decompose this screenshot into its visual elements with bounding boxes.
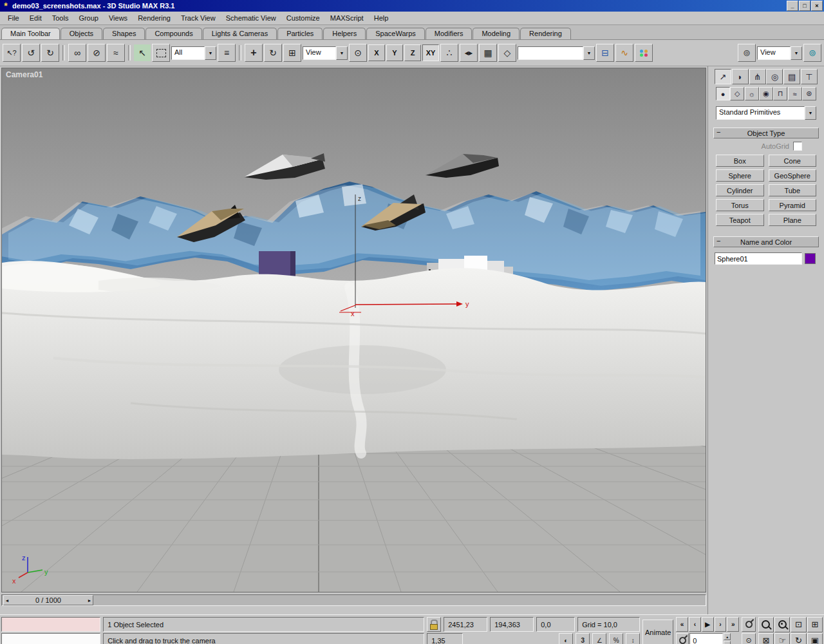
viewport-label[interactable]: Camera01 — [6, 70, 42, 79]
pan-button[interactable]: ☞ — [774, 633, 790, 644]
select-and-move-button[interactable]: + — [245, 44, 263, 62]
tab-helpers[interactable]: Helpers — [323, 28, 366, 39]
menu-file[interactable]: File — [3, 12, 24, 24]
key-filter-button[interactable] — [742, 617, 756, 632]
torus-button[interactable]: Torus — [716, 199, 764, 211]
select-and-scale-button[interactable]: ⊞ — [283, 44, 301, 62]
category-spacewarps-icon[interactable]: ≈ — [788, 87, 802, 100]
zoom-extents-button[interactable]: ⊡ — [791, 617, 806, 632]
tab-display-icon[interactable]: ▤ — [783, 69, 800, 84]
coordinate-x-display[interactable]: 2451,23 — [444, 617, 487, 632]
object-name-field[interactable] — [715, 252, 802, 265]
category-cameras-icon[interactable]: ◉ — [759, 87, 773, 100]
tab-lights-cameras[interactable]: Lights & Cameras — [203, 28, 277, 39]
restrict-xy-plane-button[interactable]: XY — [422, 44, 439, 61]
time-slider-handle[interactable]: ◄ 0 / 1000 ► — [3, 595, 93, 605]
tab-compounds[interactable]: Compounds — [145, 28, 201, 39]
menu-schematic-view[interactable]: Schematic View — [221, 12, 281, 24]
named-selection-dropdown[interactable]: ▼ — [518, 46, 595, 60]
schematic-view-button[interactable]: ⊟ — [596, 44, 614, 62]
chevron-down-icon[interactable]: ▼ — [791, 46, 802, 60]
tab-main-toolbar[interactable]: Main Toolbar — [1, 28, 60, 39]
previous-frame-button[interactable]: ‹ — [689, 617, 701, 632]
go-to-start-button[interactable]: « — [676, 617, 688, 632]
tab-hierarchy-icon[interactable]: ⋔ — [749, 69, 766, 84]
align-button[interactable]: ◇ — [498, 44, 516, 62]
listener-macro-line[interactable] — [1, 617, 100, 632]
material-editor-button[interactable] — [635, 44, 653, 62]
zoom-all-button[interactable] — [774, 617, 790, 632]
coordinate-z-display[interactable]: 0,0 — [536, 617, 575, 632]
menu-tools[interactable]: Tools — [47, 12, 74, 24]
restrict-z-button[interactable]: Z — [404, 44, 421, 61]
chevron-down-icon[interactable]: ▼ — [805, 106, 816, 120]
pyramid-button[interactable]: Pyramid — [769, 199, 817, 211]
geosphere-button[interactable]: GeoSphere — [769, 169, 817, 182]
category-lights-icon[interactable]: ☼ — [745, 87, 759, 100]
restrict-y-button[interactable]: Y — [386, 44, 403, 61]
cylinder-button[interactable]: Cylinder — [716, 184, 764, 196]
plane-button[interactable]: Plane — [769, 214, 817, 226]
maximize-button[interactable]: □ — [799, 1, 810, 11]
menu-maxscript[interactable]: MAXScript — [325, 12, 369, 24]
reference-coordinate-dropdown[interactable]: View ▼ — [303, 46, 348, 60]
percent-snap-toggle-icon[interactable]: % — [609, 633, 623, 644]
tab-spacewarps[interactable]: SpaceWarps — [366, 28, 425, 39]
current-frame-field[interactable]: 0 — [689, 633, 723, 644]
render-type-dropdown[interactable]: View ▼ — [757, 46, 802, 60]
spinner-up-icon[interactable]: ▲ — [724, 633, 731, 640]
use-pivot-center-button[interactable]: ⊙ — [349, 44, 367, 62]
menu-rendering[interactable]: Rendering — [133, 12, 176, 24]
chevron-down-icon[interactable]: ▼ — [583, 46, 595, 60]
tube-button[interactable]: Tube — [769, 184, 817, 196]
sphere-button[interactable]: Sphere — [716, 169, 764, 182]
chevron-down-icon[interactable]: ▼ — [205, 46, 216, 60]
animate-button[interactable]: Animate — [642, 620, 673, 644]
tab-shapes[interactable]: Shapes — [103, 28, 145, 39]
min-max-toggle-button[interactable]: ▣ — [807, 633, 823, 644]
chevron-down-icon[interactable]: ▼ — [336, 46, 348, 60]
selection-filter-dropdown[interactable]: All ▼ — [171, 46, 216, 60]
go-to-end-button[interactable]: » — [727, 617, 739, 632]
play-button[interactable]: ▶ — [702, 617, 714, 632]
key-mode-toggle[interactable] — [676, 633, 689, 644]
menu-edit[interactable]: Edit — [24, 12, 47, 24]
zoom-extents-all-button[interactable]: ⊞ — [807, 617, 823, 632]
time-slider-track[interactable]: ◄ 0 / 1000 ► — [1, 594, 706, 606]
next-frame-button[interactable]: › — [715, 617, 727, 632]
tab-particles[interactable]: Particles — [277, 28, 323, 39]
select-and-link-button[interactable]: ∞ — [68, 44, 86, 62]
undo-button[interactable]: ↺ — [22, 44, 40, 62]
mirror-button[interactable]: ◀▶ — [460, 44, 478, 62]
tab-create-icon[interactable]: ↗ — [715, 69, 731, 84]
spinner-snap-toggle-icon[interactable]: ↕ — [626, 633, 640, 644]
menu-group[interactable]: Group — [73, 12, 104, 24]
help-mode-icon[interactable]: ↖? — [3, 44, 21, 62]
select-object-button[interactable]: ↖ — [134, 44, 151, 61]
minimize-button[interactable]: _ — [787, 1, 798, 11]
menu-help[interactable]: Help — [369, 12, 394, 24]
close-button[interactable]: × — [811, 1, 823, 11]
tab-motion-icon[interactable]: ◎ — [766, 69, 783, 84]
listener-script-line[interactable] — [1, 633, 100, 644]
track-view-button[interactable]: ∿ — [615, 44, 633, 62]
box-button[interactable]: Box — [716, 155, 764, 167]
crossing-selection-toggle-icon[interactable]: ◐ — [559, 633, 573, 644]
coordinate-y-display[interactable]: 194,363 — [490, 617, 534, 632]
category-systems-icon[interactable]: ⊛ — [802, 87, 816, 100]
bind-to-spacewarp-button[interactable]: ≈ — [107, 44, 125, 62]
next-frame-nub-icon[interactable]: ► — [86, 598, 93, 603]
region-zoom-button[interactable]: ⊠ — [758, 633, 774, 644]
region-select-button[interactable] — [152, 44, 170, 62]
select-by-name-button[interactable]: ≡ — [218, 44, 236, 62]
teapot-button[interactable]: Teapot — [716, 214, 764, 226]
menu-track-view[interactable]: Track View — [176, 12, 221, 24]
redo-button[interactable]: ↻ — [41, 44, 59, 62]
category-geometry-icon[interactable]: ● — [716, 87, 730, 100]
tab-rendering[interactable]: Rendering — [520, 28, 571, 39]
category-helpers-icon[interactable]: ⊓ — [773, 87, 787, 100]
render-scene-button[interactable]: ⊚ — [738, 44, 756, 62]
snap-3d-toggle-icon[interactable]: 3 — [576, 633, 590, 644]
autogrid-checkbox[interactable] — [793, 142, 802, 151]
cone-button[interactable]: Cone — [769, 155, 817, 167]
